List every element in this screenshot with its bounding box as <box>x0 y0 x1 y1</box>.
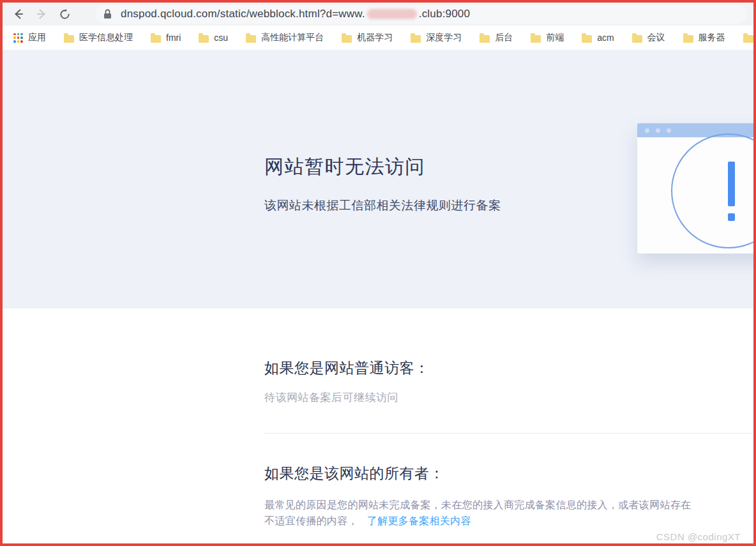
forward-arrow-icon <box>35 8 48 20</box>
url-text: dnspod.qcloud.com/static/webblock.html?d… <box>121 8 470 20</box>
bookmark-folder[interactable]: 机器学习 <box>336 29 398 46</box>
bookmark-label: fmri <box>166 33 181 43</box>
owner-body: 最常见的原因是您的网站未完成备案，未在您的接入商完成备案信息的接入，或者该网站存… <box>264 497 753 529</box>
csdn-watermark: CSDN @codingXT <box>656 531 741 542</box>
bookmark-label: 高性能计算平台 <box>261 32 324 43</box>
bookmark-folder[interactable]: 服务器 <box>677 29 731 46</box>
window-dot-icon <box>656 128 660 133</box>
address-bar[interactable]: dnspod.qcloud.com/static/webblock.html?d… <box>96 4 747 24</box>
browser-window: dnspod.qcloud.com/static/webblock.html?d… <box>0 0 756 546</box>
bookmark-label: acm <box>597 33 614 43</box>
bookmark-folder[interactable]: 后台 <box>474 29 518 46</box>
bookmark-label: 服务器 <box>699 32 725 43</box>
reload-button[interactable] <box>55 4 74 24</box>
bookmark-folder[interactable]: csu <box>193 30 234 45</box>
owner-heading: 如果您是该网站的所有者： <box>264 464 753 483</box>
bookmark-label: csu <box>214 33 228 43</box>
exclamation-dot-icon <box>728 213 735 221</box>
url-redacted-blur <box>367 9 417 19</box>
bookmark-folder[interactable]: acm <box>576 30 619 45</box>
bookmark-apps[interactable]: 应用 <box>8 29 52 46</box>
bookmark-label: 前端 <box>546 32 564 43</box>
exclamation-icon <box>728 162 735 206</box>
illustration-browser-frame <box>637 123 753 254</box>
owner-body-line2-wrap: 不适宜传播的内容，了解更多备案相关内容 <box>264 513 753 529</box>
folder-icon <box>632 35 642 43</box>
bookmark-folder[interactable]: fmri <box>145 30 186 45</box>
folder-icon <box>683 35 693 43</box>
folder-icon <box>151 35 161 43</box>
bookmark-label: 会议 <box>647 32 665 43</box>
folder-icon <box>480 35 490 43</box>
webpage-content: 网站暂时无法访问 该网站未根据工信部相关法律规则进行备案 如果您是网站普通访客： <box>3 50 753 543</box>
owner-section: 如果您是该网站的所有者： 最常见的原因是您的网站未完成备案，未在您的接入商完成备… <box>3 434 753 529</box>
folder-icon <box>199 35 209 43</box>
bookmarks-bar: 应用 医学信息处理 fmri csu 高性能计算平台 机器学习 深度学习 后台 <box>3 26 753 50</box>
folder-icon <box>743 35 753 43</box>
folder-icon <box>531 35 541 43</box>
visitor-heading: 如果您是网站普通访客： <box>264 358 753 378</box>
bookmark-label: 深度学习 <box>426 32 462 43</box>
folder-icon <box>64 35 74 43</box>
folder-icon <box>246 35 256 43</box>
bookmark-label: 后台 <box>495 32 513 43</box>
bookmark-folder[interactable]: 前端 <box>525 29 570 46</box>
visitor-section: 如果您是网站普通访客： 待该网站备案后可继续访问 <box>3 308 753 405</box>
bookmark-folder[interactable]: 高性能计算平台 <box>240 29 329 46</box>
owner-body-line2: 不适宜传播的内容， <box>264 515 358 526</box>
blocked-site-illustration <box>637 123 753 254</box>
forward-button[interactable] <box>32 4 51 24</box>
folder-icon <box>582 35 592 43</box>
block-banner: 网站暂时无法访问 该网站未根据工信部相关法律规则进行备案 <box>3 50 753 308</box>
browser-toolbar: dnspod.qcloud.com/static/webblock.html?d… <box>3 3 753 26</box>
owner-body-line1: 最常见的原因是您的网站未完成备案，未在您的接入商完成备案信息的接入，或者该网站存… <box>264 497 753 513</box>
reload-icon <box>59 8 71 20</box>
alert-circle-icon <box>671 133 753 248</box>
https-lock-icon <box>103 9 112 19</box>
window-dot-icon <box>667 128 671 133</box>
bookmark-folder[interactable]: game <box>737 30 753 45</box>
bookmark-folder[interactable]: 医学信息处理 <box>58 29 139 46</box>
bookmark-label: 医学信息处理 <box>79 32 133 43</box>
bookmark-label: 应用 <box>28 32 46 43</box>
bookmark-folder[interactable]: 深度学习 <box>405 29 467 46</box>
url-prefix: dnspod.qcloud.com/static/webblock.html?d… <box>121 8 365 20</box>
back-arrow-icon <box>12 8 25 20</box>
beian-info-link[interactable]: 了解更多备案相关内容 <box>367 515 471 526</box>
visitor-body: 待该网站备案后可继续访问 <box>264 390 753 405</box>
back-button[interactable] <box>9 4 28 24</box>
window-dot-icon <box>645 128 649 133</box>
url-suffix: .club:9000 <box>419 8 470 20</box>
apps-grid-icon <box>13 33 23 43</box>
bookmark-label: 机器学习 <box>357 32 393 43</box>
folder-icon <box>342 35 352 43</box>
folder-icon <box>411 35 421 43</box>
bookmark-folder[interactable]: 会议 <box>626 29 671 46</box>
